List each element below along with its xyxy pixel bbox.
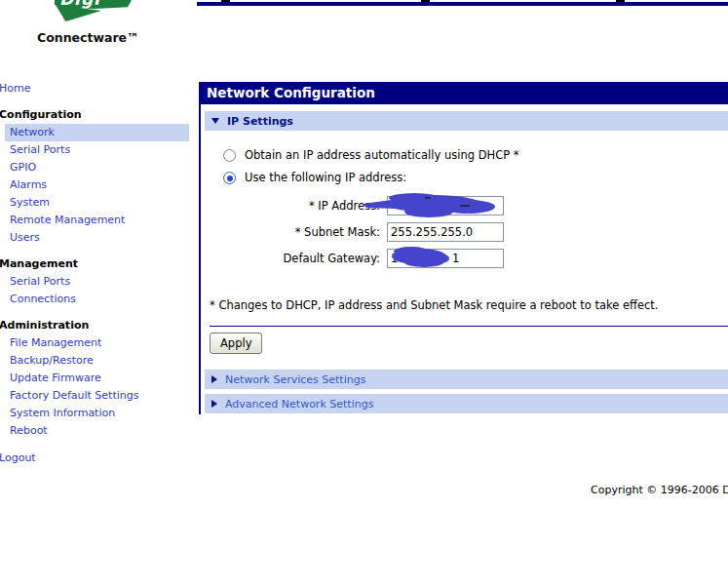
top-divider-line bbox=[197, 2, 728, 6]
sidebar-item-gpio[interactable]: GPIO bbox=[0, 159, 195, 176]
sidebar-item-remote-management[interactable]: Remote Management bbox=[0, 212, 195, 229]
sidebar-item-system[interactable]: System bbox=[0, 194, 195, 212]
triangle-down-icon bbox=[211, 118, 219, 124]
section-bar-network-services-settings[interactable]: Network Services Settings bbox=[205, 370, 728, 389]
sidebar-section-management: Management bbox=[0, 255, 195, 273]
static-ip-radio-label: Use the following IP address: bbox=[245, 171, 406, 184]
section-bar-advanced-network-settings[interactable]: Advanced Network Settings bbox=[205, 394, 728, 413]
sidebar-item-system-information[interactable]: System Information bbox=[0, 405, 195, 422]
sidebar-item-connections[interactable]: Connections bbox=[0, 291, 195, 308]
page: { "brand": { "logo_text": "Digi", "tagli… bbox=[0, 0, 728, 587]
sidebar-item-backup-restore[interactable]: Backup/Restore bbox=[0, 352, 195, 370]
panel-left-border bbox=[199, 104, 201, 414]
page-title: Network Configuration bbox=[199, 82, 728, 104]
dhcp-radio[interactable] bbox=[223, 149, 236, 162]
section-label: Network Services Settings bbox=[225, 373, 365, 386]
subnet-mask-label: * Subnet Mask: bbox=[210, 225, 380, 239]
sidebar-item-management-serial-ports[interactable]: Serial Ports bbox=[0, 273, 195, 291]
default-gateway-label: Default Gateway: bbox=[210, 252, 380, 265]
section-bar-ip-settings[interactable]: IP Settings bbox=[205, 111, 728, 131]
sidebar-nav: HomeConfigurationNetworkSerial PortsGPIO… bbox=[0, 80, 195, 467]
reboot-note: * Changes to DHCP, IP address and Subnet… bbox=[210, 298, 659, 312]
default-gateway-input[interactable] bbox=[387, 249, 504, 268]
sidebar-item-home[interactable]: Home bbox=[0, 80, 195, 98]
section-divider-line bbox=[210, 326, 728, 327]
section-label: Advanced Network Settings bbox=[225, 398, 373, 411]
sidebar-section-administration: Administration bbox=[0, 317, 195, 334]
static-ip-radio[interactable] bbox=[223, 172, 236, 184]
copyright-text: Copyright © 1996-2006 D bbox=[591, 484, 728, 496]
sidebar-item-users[interactable]: Users bbox=[0, 229, 195, 247]
logo-wordmark: Digi bbox=[59, 0, 100, 9]
sidebar-item-alarms[interactable]: Alarms bbox=[0, 176, 195, 194]
apply-button[interactable]: Apply bbox=[210, 333, 262, 354]
gateway-visible-digit: 1 bbox=[452, 252, 459, 265]
ip-address-input[interactable] bbox=[387, 196, 504, 215]
section-label: IP Settings bbox=[227, 115, 293, 128]
sidebar-item-factory-default-settings[interactable]: Factory Default Settings bbox=[0, 387, 195, 405]
sidebar-item-serial-ports[interactable]: Serial Ports bbox=[0, 141, 195, 159]
subnet-mask-input[interactable] bbox=[387, 222, 504, 242]
sidebar-item-reboot[interactable]: Reboot bbox=[0, 422, 195, 440]
triangle-right-icon bbox=[211, 400, 217, 408]
sidebar-item-logout[interactable]: Logout bbox=[0, 450, 195, 467]
ip-address-label: * IP Address: bbox=[210, 199, 380, 213]
sidebar-item-network[interactable]: Network bbox=[5, 124, 189, 141]
digi-logo: Digi bbox=[54, 0, 135, 23]
brand-tagline: Connectware™ bbox=[37, 30, 139, 45]
logo-band: Digi bbox=[55, 0, 132, 9]
sidebar-item-update-firmware[interactable]: Update Firmware bbox=[0, 370, 195, 387]
sidebar-section-configuration: Configuration bbox=[0, 106, 195, 124]
sidebar-item-file-management[interactable]: File Management bbox=[0, 334, 195, 352]
dhcp-radio-label: Obtain an IP address automatically using… bbox=[245, 148, 519, 162]
triangle-right-icon bbox=[211, 375, 217, 383]
